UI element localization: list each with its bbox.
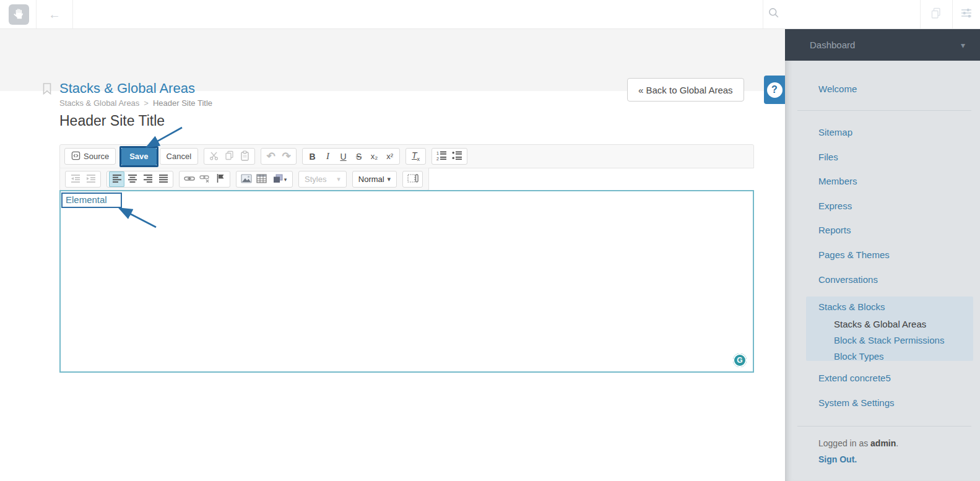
paste-button[interactable] [237, 149, 253, 164]
table-icon [256, 174, 267, 185]
source-button[interactable]: Source [64, 148, 116, 165]
editor-toolbar-row1: Source Save Cancel ↶ ↷ B I U S x₂ x² Tx … [59, 144, 754, 168]
undo-icon: ↶ [266, 150, 275, 163]
sidebar-item-express[interactable]: Express [818, 201, 852, 211]
align-right-icon [143, 174, 153, 185]
bulleted-list-button[interactable] [449, 149, 465, 164]
templates-icon [273, 174, 283, 185]
link-button[interactable] [181, 171, 197, 187]
sidebar-item-pages-themes[interactable]: Pages & Themes [818, 249, 890, 260]
sidebar-item-files[interactable]: Files [818, 152, 838, 162]
sidebar-item-sitemap[interactable]: Sitemap [818, 127, 852, 137]
sidebar-subitem-block-types[interactable]: Block Types [834, 351, 884, 362]
help-question-icon: ? [767, 82, 783, 98]
chevron-down-icon: ▾ [284, 176, 287, 183]
indent-icon [86, 174, 96, 185]
bold-button[interactable]: B [305, 149, 320, 164]
subscript-button[interactable]: x₂ [366, 149, 382, 164]
breadcrumb-separator: > [144, 98, 149, 108]
copy-icon [225, 150, 234, 162]
justify-icon [158, 174, 168, 185]
styles-dropdown[interactable]: Styles▾ [298, 171, 347, 188]
svg-text:1: 1 [436, 151, 439, 155]
sidebar-divider [797, 426, 971, 427]
paragraph-format-dropdown[interactable]: Normal▾ [352, 171, 397, 188]
sidebar-subitem-block-stack-permissions[interactable]: Block & Stack Permissions [834, 335, 944, 345]
concrete5-hand-icon [13, 7, 25, 22]
settings-sliders-button[interactable] [952, 0, 980, 28]
sidebar-item-system-settings[interactable]: System & Settings [818, 397, 895, 408]
copy-button[interactable] [222, 149, 237, 164]
undo-button[interactable]: ↶ [263, 149, 279, 164]
bulleted-list-icon [452, 150, 462, 162]
sliders-icon [960, 7, 973, 21]
rich-text-editor-area[interactable]: Elemental G [59, 190, 754, 373]
chevron-down-icon: ▾ [387, 175, 391, 183]
justify-button[interactable] [155, 171, 171, 187]
topbar-divider [36, 0, 37, 28]
back-to-global-areas-button[interactable]: « Back to Global Areas [627, 78, 744, 102]
redo-button[interactable]: ↷ [279, 149, 294, 164]
breadcrumb-current: Header Site Title [153, 98, 212, 108]
insert-image-button[interactable] [238, 171, 254, 187]
page-title: Stacks & Global Areas [59, 80, 195, 97]
numbered-list-icon: 12 [436, 150, 447, 162]
page-header: Stacks & Global Areas Stacks & Global Ar… [0, 29, 785, 91]
page-versions-button[interactable] [920, 0, 952, 28]
sidebar-body: Welcome Sitemap Files Members Express Re… [785, 61, 980, 481]
sidebar-item-welcome[interactable]: Welcome [818, 84, 857, 94]
underline-button[interactable]: U [336, 149, 351, 164]
remove-format-button[interactable]: Tx [408, 149, 423, 164]
sign-out-link[interactable]: Sign Out. [818, 454, 857, 464]
logged-in-status: Logged in as admin. [818, 438, 898, 448]
concrete5-logo-button[interactable] [9, 4, 29, 25]
templates-button[interactable]: ▾ [269, 171, 290, 187]
cancel-button[interactable]: Cancel [160, 148, 198, 165]
indent-button[interactable] [83, 171, 98, 187]
sidebar-item-members[interactable]: Members [818, 176, 857, 186]
cut-button[interactable] [206, 149, 222, 164]
stack-heading: Header Site Title [59, 113, 165, 129]
sidebar-divider [797, 110, 971, 111]
align-right-button[interactable] [140, 171, 155, 187]
insert-table-button[interactable] [254, 171, 269, 187]
dashboard-sidebar: Dashboard ▾ Welcome Sitemap Files Member… [785, 29, 980, 481]
superscript-button[interactable]: x² [382, 149, 397, 164]
back-nav-button[interactable]: ← [41, 0, 68, 28]
help-button[interactable]: ? [764, 76, 785, 104]
outdent-button[interactable] [67, 171, 83, 187]
redo-icon: ↷ [282, 150, 290, 163]
show-blocks-button[interactable] [405, 171, 420, 187]
scissors-icon [209, 151, 219, 162]
align-left-icon [112, 174, 122, 185]
strikethrough-button[interactable]: S [351, 149, 366, 164]
grammarly-icon[interactable]: G [733, 353, 747, 367]
editor-content-text: Elemental [61, 193, 122, 208]
editor-toolbar-row2: ▾ Styles▾ Normal▾ [59, 168, 429, 191]
search-button[interactable] [763, 0, 785, 28]
unlink-button[interactable] [197, 171, 212, 187]
show-blocks-icon [407, 173, 418, 185]
svg-text:2: 2 [436, 157, 439, 161]
numbered-list-button[interactable]: 12 [434, 149, 449, 164]
align-left-button[interactable] [109, 171, 124, 187]
italic-button[interactable]: I [320, 149, 336, 164]
sidebar-item-stacks-blocks[interactable]: Stacks & Blocks [818, 301, 885, 312]
back-arrow-icon: ← [48, 7, 61, 22]
username: admin [870, 438, 896, 448]
sidebar-item-extend-concrete5[interactable]: Extend concrete5 [818, 373, 891, 383]
chevron-down-icon: ▾ [961, 40, 965, 50]
breadcrumb-root-link[interactable]: Stacks & Global Areas [59, 98, 139, 108]
flag-icon [216, 173, 225, 185]
save-button[interactable]: Save [121, 148, 156, 165]
align-center-button[interactable] [124, 171, 140, 187]
sidebar-item-conversations[interactable]: Conversations [818, 274, 878, 285]
dashboard-dropdown[interactable]: Dashboard ▾ [785, 29, 980, 61]
sidebar-subitem-stacks-global-areas[interactable]: Stacks & Global Areas [834, 319, 926, 329]
link-chain-icon [184, 175, 195, 184]
anchor-flag-button[interactable] [212, 171, 228, 187]
source-icon [71, 151, 80, 162]
image-icon [241, 174, 252, 185]
bookmark-icon[interactable] [42, 82, 52, 98]
sidebar-item-reports[interactable]: Reports [818, 225, 851, 235]
